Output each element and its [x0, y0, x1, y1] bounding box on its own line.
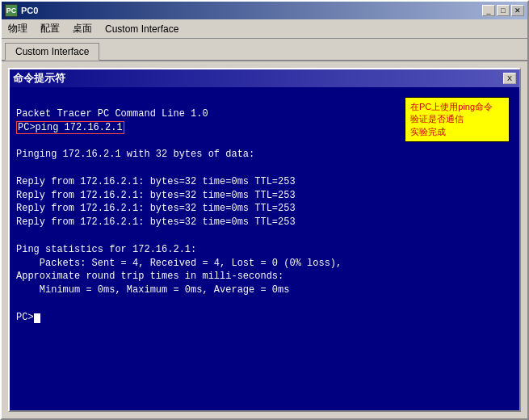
terminal-prompt: PC> [16, 312, 34, 323]
annotation-line2: 实验完成 [410, 127, 446, 136]
annotation-box: 在PC上使用ping命令 验证是否通信 实验完成 [405, 97, 510, 142]
window-icon: PC [5, 4, 18, 17]
cmd-title-text: 命令提示符 [13, 71, 65, 86]
terminal-reply-3: Reply from 172.16.2.1: bytes=32 time=0ms… [16, 203, 296, 214]
terminal-stats-times: Minimum = 0ms, Maximum = 0ms, Average = … [16, 284, 289, 296]
terminal-reply-2: Reply from 172.16.2.1: bytes=32 time=0ms… [16, 190, 296, 201]
menu-bar: 物理 配置 桌面 Custom Interface [2, 19, 527, 39]
cmd-title-bar: 命令提示符 X [10, 69, 519, 87]
title-bar-left: PC PC0 [5, 4, 38, 17]
tab-custom-interface[interactable]: Custom Interface [5, 43, 99, 61]
terminal-stats-approx: Approximate round trip times in milli-se… [16, 271, 283, 282]
menu-item-peizhi[interactable]: 配置 [34, 19, 66, 38]
maximize-button[interactable]: □ [497, 5, 510, 16]
terminal-stats-packets: Packets: Sent = 4, Received = 4, Lost = … [16, 258, 342, 269]
terminal-line-3: Pinging 172.16.2.1 with 32 bytes of data… [16, 149, 254, 160]
minimize-button[interactable]: _ [482, 5, 495, 16]
content-area: 命令提示符 X Packet Tracer PC Command Line 1.… [2, 60, 527, 418]
cmd-close-button[interactable]: X [503, 73, 516, 84]
terminal-cursor [34, 313, 40, 323]
annotation-line1: 在PC上使用ping命令 验证是否通信 [410, 102, 493, 124]
cmd-window: 命令提示符 X Packet Tracer PC Command Line 1.… [8, 68, 521, 412]
terminal-blank-3 [16, 230, 22, 242]
terminal-blank-4 [16, 298, 22, 309]
title-bar-buttons: _ □ ✕ [482, 5, 524, 16]
title-bar: PC PC0 _ □ ✕ [2, 2, 527, 19]
annotation-text: 在PC上使用ping命令 验证是否通信 实验完成 [410, 102, 493, 136]
terminal-line-1: Packet Tracer PC Command Line 1.0 [16, 108, 208, 120]
menu-item-custom-interface[interactable]: Custom Interface [99, 19, 185, 38]
terminal-reply-4: Reply from 172.16.2.1: bytes=32 time=0ms… [16, 216, 296, 228]
terminal-blank-2 [16, 162, 22, 174]
tab-bar: Custom Interface [2, 39, 527, 60]
close-button[interactable]: ✕ [511, 5, 524, 16]
terminal-line-2: PC>ping 172.16.2.1 [16, 121, 124, 134]
menu-item-zhuomian[interactable]: 桌面 [66, 19, 99, 38]
terminal-blank-1 [16, 135, 22, 146]
terminal-reply-1: Reply from 172.16.2.1: bytes=32 time=0ms… [16, 176, 296, 187]
terminal-stats-header: Ping statistics for 172.16.2.1: [16, 244, 196, 255]
terminal[interactable]: Packet Tracer PC Command Line 1.0 PC>pin… [10, 87, 519, 410]
window-title: PC0 [21, 6, 38, 15]
ping-command: PC>ping 172.16.2.1 [16, 121, 124, 134]
main-window: PC PC0 _ □ ✕ 物理 配置 桌面 Custom Interface C… [0, 0, 529, 420]
menu-item-wuli[interactable]: 物理 [2, 19, 34, 38]
